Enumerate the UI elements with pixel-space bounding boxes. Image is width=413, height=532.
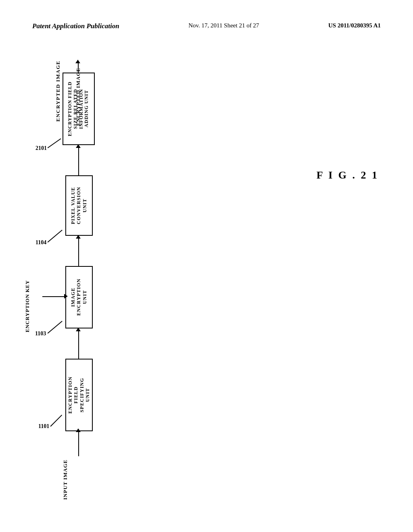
- figure-label: F I G . 2 1: [317, 169, 379, 181]
- ref-1101: 1101: [38, 423, 49, 430]
- publication-title: Patent Application Publication: [32, 22, 119, 30]
- publication-number: US 2011/0280395 A1: [328, 22, 381, 29]
- ref-2101: 2101: [35, 145, 47, 152]
- encrypted-image-label: ENCRYPTED IMAGE: [75, 68, 81, 126]
- ref-1103-line: [48, 321, 63, 333]
- arrow-line-1: [78, 330, 79, 359]
- page-header: Patent Application Publication Nov. 17, …: [0, 22, 413, 30]
- box-pixel-value-conversion: PIXEL VALUECONVERSIONUNIT: [65, 175, 93, 236]
- ref-1103: 1103: [35, 330, 46, 337]
- arrow-head-4: [75, 60, 80, 63]
- ref-1104: 1104: [35, 239, 46, 246]
- arrow-head-key: [64, 294, 68, 299]
- arrow-line-input: [78, 431, 79, 456]
- ref-2101-line: [48, 138, 61, 148]
- encryption-key-label: ENCRYPTION KEY: [24, 280, 31, 332]
- output-label: ENCRYPTED IMAGE: [55, 60, 61, 122]
- box-encryption-field-specifying: ENCRYPTIONFIELDSPECIFYINGUNIT: [65, 359, 93, 431]
- arrow-line-3: [78, 147, 79, 176]
- box1-label: ENCRYPTIONFIELDSPECIFYINGUNIT: [67, 376, 91, 414]
- arrow-line-key: [42, 296, 65, 297]
- publication-date-sheet: Nov. 17, 2011 Sheet 21 of 27: [188, 22, 259, 29]
- ref-1104-line: [48, 230, 63, 242]
- input-image-label: INPUT IMAGE: [62, 459, 69, 500]
- ref-1101-line: [50, 415, 62, 426]
- arrow-line-2: [78, 238, 79, 267]
- box2-label: IMAGEENCRYPTIONUNIT: [70, 278, 88, 316]
- box-image-encryption: IMAGEENCRYPTIONUNIT: [65, 266, 93, 328]
- fig-text: F I G . 2 1: [317, 169, 379, 181]
- box3-label: PIXEL VALUECONVERSIONUNIT: [70, 187, 88, 224]
